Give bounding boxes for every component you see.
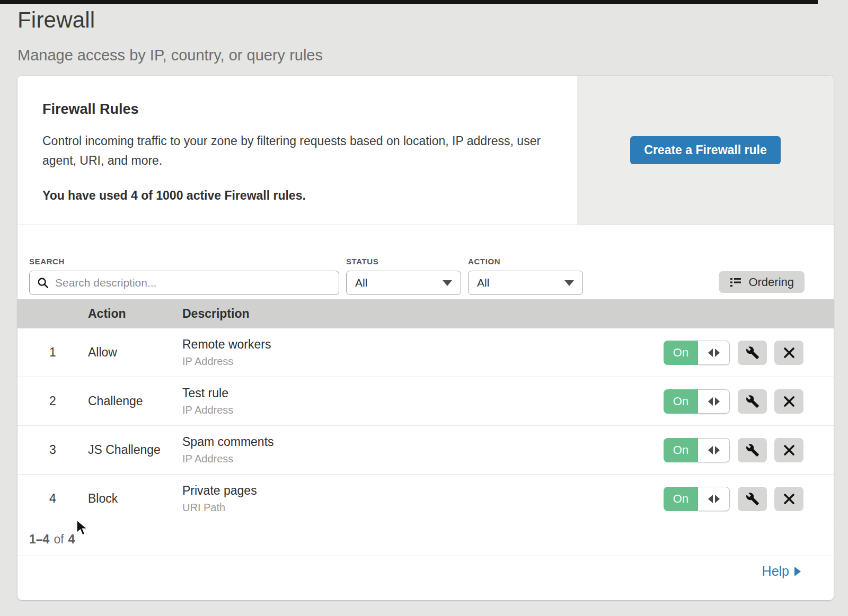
rules-usage-text: You have used 4 of 1000 active Firewall … — [42, 189, 545, 203]
rule-enabled-toggle[interactable]: On — [664, 389, 730, 414]
action-selected-value: All — [477, 276, 489, 289]
triangle-right-icon — [715, 397, 720, 406]
table-row: 1 Allow Remote workers IP Address On — [17, 328, 834, 377]
rule-enabled-toggle[interactable]: On — [664, 341, 730, 365]
table-row: 4 Block Private pages URI Path On — [17, 475, 834, 523]
help-link[interactable]: Help — [762, 564, 801, 579]
rule-controls: On — [664, 487, 834, 511]
rule-priority: 1 — [17, 345, 88, 360]
toggle-drag-handle[interactable] — [698, 487, 730, 511]
create-rule-panel: Create a Firewall rule — [577, 76, 834, 225]
action-select[interactable]: All — [468, 271, 583, 295]
edit-rule-button[interactable] — [738, 389, 767, 414]
delete-rule-button[interactable] — [774, 389, 803, 414]
search-input[interactable] — [55, 276, 331, 289]
triangle-left-icon — [708, 495, 713, 503]
create-firewall-rule-button[interactable]: Create a Firewall rule — [630, 136, 780, 164]
wrench-icon — [746, 346, 759, 360]
description-column-header: Description — [182, 307, 834, 321]
pagination-of: of — [54, 532, 64, 547]
triangle-left-icon — [708, 397, 713, 406]
search-filter-group: SEARCH — [29, 257, 339, 299]
pagination-range: 1–4 — [29, 532, 49, 547]
pagination-total: 4 — [68, 532, 75, 547]
table-row: 2 Challenge Test rule IP Address On — [17, 377, 834, 426]
page-header: Firewall Manage access by IP, country, o… — [0, 0, 848, 64]
rule-action: JS Challenge — [88, 443, 182, 457]
triangle-left-icon — [708, 446, 713, 454]
card-footer: Help — [17, 556, 834, 586]
status-selected-value: All — [355, 276, 367, 289]
rule-description-cell: Spam comments IP Address — [182, 435, 664, 465]
edit-rule-button[interactable] — [738, 341, 767, 365]
help-link-label: Help — [762, 564, 789, 579]
rule-action: Block — [88, 492, 182, 506]
toggle-drag-handle[interactable] — [698, 341, 730, 365]
action-label: ACTION — [468, 257, 583, 266]
card-header: Firewall Rules Control incoming traffic … — [17, 76, 834, 225]
rule-field-type: IP Address — [182, 453, 664, 465]
rule-description: Test rule — [182, 386, 664, 400]
rule-controls: On — [664, 389, 834, 414]
rule-field-type: IP Address — [182, 355, 664, 368]
triangle-right-icon — [715, 349, 720, 357]
rule-action: Challenge — [88, 394, 182, 408]
toggle-on-label[interactable]: On — [664, 487, 698, 511]
rule-priority: 3 — [17, 443, 88, 457]
close-icon — [783, 395, 796, 408]
search-label: SEARCH — [29, 257, 339, 266]
rule-controls: On — [664, 341, 834, 365]
rule-enabled-toggle[interactable]: On — [664, 438, 730, 462]
close-icon — [783, 346, 796, 359]
rule-action: Allow — [88, 345, 182, 360]
search-icon — [37, 277, 49, 289]
toggle-drag-handle[interactable] — [698, 389, 730, 414]
wrench-icon — [746, 395, 759, 408]
toggle-drag-handle[interactable] — [698, 438, 730, 462]
delete-rule-button[interactable] — [774, 487, 803, 511]
table-header: Action Description — [17, 299, 834, 328]
toggle-on-label[interactable]: On — [664, 438, 698, 462]
table-row: 3 JS Challenge Spam comments IP Address … — [17, 426, 834, 475]
wrench-icon — [746, 492, 759, 506]
chevron-down-icon — [443, 280, 452, 286]
rule-description-cell: Private pages URI Path — [182, 484, 664, 514]
ordering-wrap: Ordering — [719, 271, 805, 293]
delete-rule-button[interactable] — [774, 341, 803, 365]
wrench-icon — [746, 443, 759, 457]
status-label: STATUS — [346, 257, 461, 266]
edit-rule-button[interactable] — [738, 487, 767, 511]
window-top-edge — [0, 0, 818, 4]
rule-description: Remote workers — [182, 337, 664, 352]
rule-description: Spam comments — [182, 435, 664, 449]
rules-table-body: 1 Allow Remote workers IP Address On — [17, 328, 834, 523]
rule-description: Private pages — [182, 484, 664, 498]
triangle-right-icon — [715, 495, 720, 503]
status-select[interactable]: All — [346, 271, 461, 295]
rule-description-cell: Test rule IP Address — [182, 386, 664, 416]
firewall-rules-card: Firewall Rules Control incoming traffic … — [17, 76, 834, 600]
card-header-text: Firewall Rules Control incoming traffic … — [17, 76, 577, 225]
close-icon — [783, 444, 796, 457]
rule-field-type: IP Address — [182, 404, 664, 416]
page-title: Firewall — [17, 7, 848, 33]
toggle-on-label[interactable]: On — [664, 341, 698, 365]
delete-rule-button[interactable] — [774, 438, 803, 462]
pagination: 1–4 of 4 — [17, 523, 834, 556]
list-icon — [729, 276, 742, 289]
card-description: Control incoming traffic to your zone by… — [42, 131, 545, 171]
toggle-on-label[interactable]: On — [664, 389, 698, 414]
page-subtitle: Manage access by IP, country, or query r… — [17, 47, 848, 64]
triangle-left-icon — [708, 349, 713, 357]
status-filter-group: STATUS All — [346, 257, 461, 299]
triangle-right-icon — [715, 446, 720, 454]
arrow-right-icon — [794, 567, 801, 576]
close-icon — [783, 493, 796, 505]
action-column-header: Action — [88, 307, 182, 321]
rule-priority: 2 — [17, 394, 88, 408]
ordering-button[interactable]: Ordering — [719, 271, 805, 293]
edit-rule-button[interactable] — [738, 438, 767, 462]
rule-enabled-toggle[interactable]: On — [664, 487, 730, 511]
filters-bar: SEARCH STATUS All ACTION All — [17, 225, 834, 299]
search-box[interactable] — [29, 271, 339, 295]
